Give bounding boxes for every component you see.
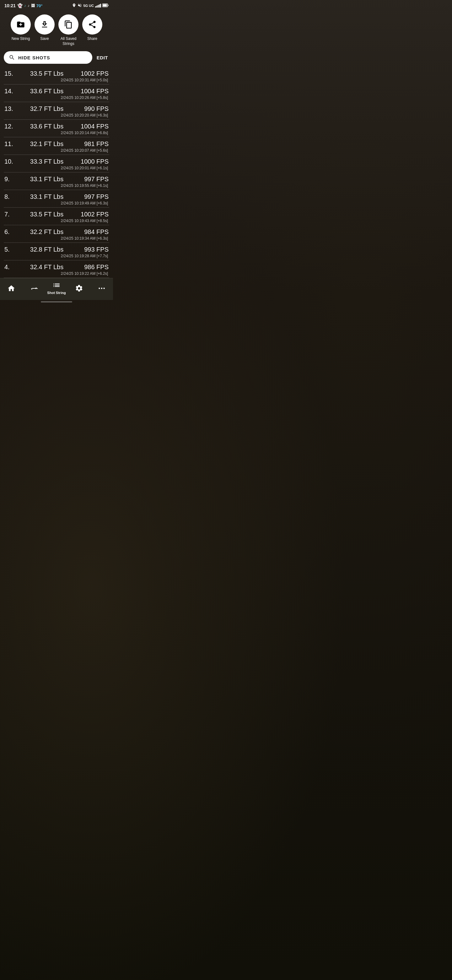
signal-bars bbox=[95, 4, 101, 8]
nav-rifle[interactable] bbox=[22, 284, 45, 293]
shot-item[interactable]: 6. 32.2 FT Lbs 984 FPS 2/24/25 10:19:34 … bbox=[4, 225, 109, 243]
search-icon bbox=[9, 54, 15, 60]
shot-timestamp: 2/24/25 10:20:31 AM [+5.0s] bbox=[5, 78, 109, 82]
shot-timestamp: 2/24/25 10:19:28 AM [+7.7s] bbox=[5, 254, 109, 258]
shot-timestamp: 2/24/25 10:19:22 AM [+6.2s] bbox=[5, 271, 109, 276]
shot-timestamp: 2/24/25 10:20:26 AM [+5.8s] bbox=[5, 95, 109, 100]
shot-fps: 993 FPS bbox=[77, 246, 109, 253]
share-label: Share bbox=[87, 37, 97, 41]
shot-number: 9. bbox=[5, 176, 16, 183]
new-string-button[interactable]: New String bbox=[11, 14, 31, 46]
app-container: 10:21 👻 ♪ ♪ 🖼 70° 5G UC bbox=[0, 0, 113, 302]
shot-list: 15. 33.5 FT Lbs 1002 FPS 2/24/25 10:20:3… bbox=[0, 67, 113, 278]
shot-main-row: 15. 33.5 FT Lbs 1002 FPS bbox=[5, 70, 109, 77]
shot-item[interactable]: 15. 33.5 FT Lbs 1002 FPS 2/24/25 10:20:3… bbox=[4, 67, 109, 84]
edit-button[interactable]: EDIT bbox=[95, 52, 109, 63]
nav-home[interactable] bbox=[0, 284, 22, 293]
shot-energy: 32.7 FT Lbs bbox=[16, 105, 77, 113]
shot-timestamp: 2/24/25 10:20:07 AM [+5.6s] bbox=[5, 148, 109, 153]
nav-shot-string[interactable]: Shot String bbox=[45, 282, 68, 294]
save-circle bbox=[35, 14, 55, 35]
svg-point-6 bbox=[101, 288, 102, 289]
shot-main-row: 5. 32.8 FT Lbs 993 FPS bbox=[5, 246, 109, 253]
shot-item[interactable]: 11. 32.1 FT Lbs 981 FPS 2/24/25 10:20:07… bbox=[4, 137, 109, 155]
shot-number: 8. bbox=[5, 193, 16, 200]
shot-item[interactable]: 5. 32.8 FT Lbs 993 FPS 2/24/25 10:19:28 … bbox=[4, 243, 109, 260]
share-circle bbox=[82, 14, 102, 35]
svg-rect-1 bbox=[103, 4, 107, 6]
share-icon bbox=[88, 20, 97, 29]
shot-main-row: 10. 33.3 FT Lbs 1000 FPS bbox=[5, 158, 109, 165]
tiktok-icon-2: ♪ bbox=[28, 3, 30, 8]
folder-plus-icon bbox=[16, 20, 25, 29]
shot-main-row: 13. 32.7 FT Lbs 990 FPS bbox=[5, 105, 109, 113]
shot-fps: 981 FPS bbox=[77, 140, 109, 148]
svg-rect-3 bbox=[32, 289, 32, 290]
status-bar: 10:21 👻 ♪ ♪ 🖼 70° 5G UC bbox=[0, 0, 113, 10]
new-string-circle bbox=[11, 14, 31, 35]
download-icon bbox=[40, 20, 49, 29]
shot-energy: 33.5 FT Lbs bbox=[16, 70, 77, 77]
shot-energy: 32.4 FT Lbs bbox=[16, 264, 77, 271]
shot-fps: 1004 FPS bbox=[77, 88, 109, 95]
shot-timestamp: 2/24/25 10:20:14 AM [+6.8s] bbox=[5, 130, 109, 135]
shot-timestamp: 2/24/25 10:19:43 AM [+8.5s] bbox=[5, 219, 109, 223]
shot-item[interactable]: 10. 33.3 FT Lbs 1000 FPS 2/24/25 10:20:0… bbox=[4, 155, 109, 172]
shot-timestamp: 2/24/25 10:19:49 AM [+6.3s] bbox=[5, 201, 109, 205]
shot-number: 4. bbox=[5, 264, 16, 271]
status-right: 5G UC bbox=[72, 3, 109, 8]
shot-energy: 33.6 FT Lbs bbox=[16, 123, 77, 130]
shot-energy: 33.3 FT Lbs bbox=[16, 158, 77, 165]
shot-fps: 1002 FPS bbox=[77, 211, 109, 218]
shot-item[interactable]: 12. 33.6 FT Lbs 1004 FPS 2/24/25 10:20:1… bbox=[4, 120, 109, 137]
search-row: HIDE SHOTS EDIT bbox=[0, 49, 113, 67]
bottom-nav: Shot String bbox=[0, 278, 113, 300]
shot-main-row: 6. 32.2 FT Lbs 984 FPS bbox=[5, 228, 109, 235]
shot-main-row: 8. 33.1 FT Lbs 997 FPS bbox=[5, 193, 109, 200]
shot-energy: 33.5 FT Lbs bbox=[16, 211, 77, 218]
hide-shots-bar[interactable]: HIDE SHOTS bbox=[4, 51, 92, 64]
battery-icon bbox=[102, 3, 109, 8]
svg-point-7 bbox=[103, 288, 105, 289]
shot-fps: 986 FPS bbox=[77, 264, 109, 271]
shot-number: 13. bbox=[5, 105, 16, 113]
rifle-icon bbox=[30, 284, 38, 293]
shot-number: 12. bbox=[5, 123, 16, 130]
shot-number: 10. bbox=[5, 158, 16, 165]
network-label: 5G UC bbox=[83, 4, 94, 8]
shot-main-row: 14. 33.6 FT Lbs 1004 FPS bbox=[5, 88, 109, 95]
nav-settings[interactable] bbox=[68, 284, 90, 293]
shot-number: 5. bbox=[5, 246, 16, 253]
save-button[interactable]: Save bbox=[35, 14, 55, 46]
shot-energy: 33.6 FT Lbs bbox=[16, 88, 77, 95]
action-buttons-row: New String Save All SavedStrings bbox=[0, 10, 113, 49]
shot-item[interactable]: 8. 33.1 FT Lbs 997 FPS 2/24/25 10:19:49 … bbox=[4, 190, 109, 208]
shot-energy: 32.8 FT Lbs bbox=[16, 246, 77, 253]
shot-main-row: 11. 32.1 FT Lbs 981 FPS bbox=[5, 140, 109, 148]
shot-energy: 32.1 FT Lbs bbox=[16, 140, 77, 148]
shot-item[interactable]: 9. 33.1 FT Lbs 997 FPS 2/24/25 10:19:55 … bbox=[4, 172, 109, 190]
all-saved-strings-button[interactable]: All SavedStrings bbox=[59, 14, 78, 46]
shot-energy: 33.1 FT Lbs bbox=[16, 193, 77, 200]
all-saved-label: All SavedStrings bbox=[60, 37, 76, 46]
home-indicator bbox=[41, 301, 72, 302]
shot-number: 11. bbox=[5, 140, 16, 148]
gallery-icon: 🖼 bbox=[31, 3, 35, 8]
shot-item[interactable]: 14. 33.6 FT Lbs 1004 FPS 2/24/25 10:20:2… bbox=[4, 84, 109, 102]
shot-fps: 984 FPS bbox=[77, 228, 109, 235]
nav-more[interactable] bbox=[90, 284, 113, 293]
shot-timestamp: 2/24/25 10:19:34 AM [+6.3s] bbox=[5, 236, 109, 240]
shot-main-row: 12. 33.6 FT Lbs 1004 FPS bbox=[5, 123, 109, 130]
shot-item[interactable]: 7. 33.5 FT Lbs 1002 FPS 2/24/25 10:19:43… bbox=[4, 208, 109, 225]
shot-number: 7. bbox=[5, 211, 16, 218]
tiktok-icon-1: ♪ bbox=[24, 3, 26, 8]
shot-item[interactable]: 13. 32.7 FT Lbs 990 FPS 2/24/25 10:20:20… bbox=[4, 102, 109, 120]
shot-fps: 1000 FPS bbox=[77, 158, 109, 165]
shot-fps: 1004 FPS bbox=[77, 123, 109, 130]
shot-item[interactable]: 4. 32.4 FT Lbs 986 FPS 2/24/25 10:19:22 … bbox=[4, 260, 109, 278]
alarm-icon bbox=[72, 3, 76, 8]
shot-main-row: 7. 33.5 FT Lbs 1002 FPS bbox=[5, 211, 109, 218]
share-button[interactable]: Share bbox=[82, 14, 102, 46]
time-display: 10:21 bbox=[5, 3, 16, 8]
shot-string-nav-label: Shot String bbox=[47, 291, 66, 294]
